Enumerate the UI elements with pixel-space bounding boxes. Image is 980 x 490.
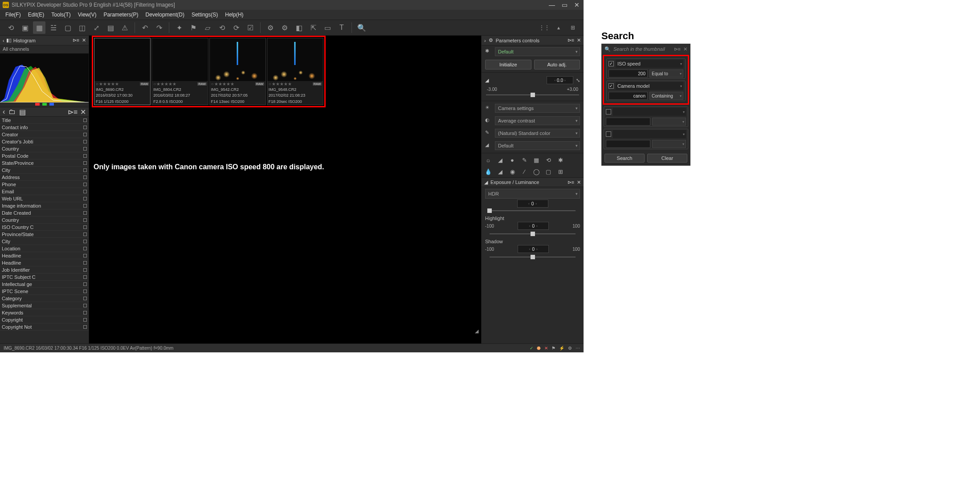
filter4-op-dropdown[interactable]: ▾ (652, 140, 686, 148)
meta-field[interactable]: Address (0, 174, 89, 181)
tool-monitor-icon[interactable]: ▭ (321, 21, 334, 34)
menu-help[interactable]: Help(H) (221, 11, 247, 19)
meta-field[interactable]: Location (0, 245, 89, 252)
tool-grid-icon[interactable]: ▦ (33, 21, 45, 34)
i-dropper-icon[interactable]: ✎ (520, 156, 528, 164)
meta-field[interactable]: Creator (0, 131, 89, 138)
i-stack-icon[interactable]: ▦ (532, 156, 540, 164)
menu-file[interactable]: File(F) (2, 11, 24, 19)
meta-field[interactable]: Headline (0, 259, 89, 266)
i-contrast-icon[interactable]: ◢ (496, 156, 504, 164)
tool-single-icon[interactable]: ▢ (61, 21, 74, 34)
tool-gear2-icon[interactable]: ⚙ (278, 21, 291, 34)
tool-compare-icon[interactable]: ◫ (76, 21, 88, 34)
resize-grip-icon[interactable]: ◢ (475, 328, 480, 334)
meta-field[interactable]: Country (0, 145, 89, 152)
tool-check-icon[interactable]: ☑ (244, 21, 257, 34)
filter3-checkbox[interactable] (606, 109, 611, 114)
panel-close-icon[interactable]: ✕ (82, 37, 86, 43)
thumbnail[interactable]: ○★★★★★RAWIMG_8690.CR22016/03/02 17:00:30… (94, 38, 151, 105)
meta-field[interactable]: Category (0, 295, 89, 302)
camera-value-input[interactable]: canon (608, 92, 648, 100)
ev-value[interactable]: ‹0.0› (547, 76, 573, 84)
tool-warn-icon[interactable]: ⚠ (118, 21, 131, 34)
meta-field[interactable]: Date Created (0, 209, 89, 216)
tool-tag-icon[interactable]: ⚑ (187, 21, 200, 34)
i-drop-icon[interactable]: 💧 (484, 167, 492, 176)
wb-dropdown[interactable]: Camera settings▾ (495, 104, 580, 113)
tool-wand-icon[interactable]: ✦ (173, 21, 185, 34)
tool-gear-icon[interactable]: ⚙ (264, 21, 277, 34)
tool-eraser-icon[interactable]: ◧ (293, 21, 305, 34)
filter4-value-input[interactable] (606, 140, 650, 148)
info-tab-icon[interactable]: ▤ (19, 108, 26, 116)
tool-list-icon[interactable]: ☱ (47, 21, 60, 34)
view-large-icon[interactable]: ⊞ (567, 21, 579, 34)
menu-settings[interactable]: Settings(S) (188, 11, 221, 19)
i-sq-icon[interactable]: ▢ (544, 167, 552, 176)
tool-rotate-r-icon[interactable]: ⟳ (230, 21, 242, 34)
chevron-left-icon[interactable]: ‹ (3, 108, 5, 116)
tool-redo-icon[interactable]: ↷ (153, 21, 165, 34)
i-sun-icon[interactable]: ☼ (484, 156, 492, 164)
meta-field[interactable]: Country (0, 216, 89, 224)
tone-dropdown[interactable]: Average contrast▾ (495, 116, 580, 125)
meta-field[interactable]: Image information (0, 202, 89, 209)
reset-ev-icon[interactable]: ⤡ (576, 78, 580, 83)
meta-field[interactable]: Web URL (0, 195, 89, 202)
thumbnail[interactable]: ○★★★★★RAWIMG_9548.CR22017/02/02 21:08:23… (267, 38, 323, 105)
meta-field[interactable]: Copyright (0, 316, 89, 323)
meta-field[interactable]: Job Identifier (0, 266, 89, 274)
menu-edit[interactable]: Edit(E) (24, 11, 48, 19)
panel-menu-icon[interactable]: ⊳≡ (73, 37, 79, 43)
tool-export-icon[interactable]: ⇱ (307, 21, 319, 34)
folder-tab-icon[interactable]: 🗀 (8, 108, 16, 116)
search-button[interactable]: Search (604, 154, 645, 163)
meta-field[interactable]: City (0, 238, 89, 245)
tool-screen-icon[interactable]: ▣ (19, 21, 31, 34)
panel-close-icon[interactable]: ✕ (577, 37, 581, 43)
filter3-op-dropdown[interactable]: ▾ (652, 118, 686, 126)
view-small-icon[interactable]: ⋮⋮ (538, 21, 551, 34)
auto-adj-button[interactable]: Auto adj. (534, 60, 580, 69)
meta-field[interactable]: Postal Code (0, 152, 89, 159)
channel-selector[interactable]: All channels (0, 45, 89, 53)
chevron-left-icon[interactable]: ‹ (3, 38, 4, 43)
menu-development[interactable]: Development(D) (142, 11, 188, 19)
meta-field[interactable]: Contact info (0, 124, 89, 131)
tool-back-icon[interactable]: ⟲ (4, 21, 17, 34)
panel-close-icon[interactable]: ✕ (577, 180, 581, 185)
hdr-value[interactable]: ‹0› (517, 200, 548, 208)
panel-close-icon[interactable]: ✕ (80, 108, 86, 116)
i-fish-icon[interactable]: ◉ (508, 167, 516, 176)
iso-checkbox[interactable] (608, 61, 614, 66)
meta-field[interactable]: Keywords (0, 309, 89, 316)
tool-text-icon[interactable]: T (335, 21, 348, 34)
tool-multi-icon[interactable]: ▤ (104, 21, 117, 34)
i-brush-icon[interactable]: ∕ (520, 167, 528, 176)
i-ball-icon[interactable]: ● (508, 156, 516, 164)
clear-button[interactable]: Clear (647, 154, 687, 163)
preset-dropdown[interactable]: Default▾ (495, 47, 580, 56)
filter4-checkbox[interactable] (606, 131, 611, 137)
meta-field[interactable]: Title (0, 117, 89, 124)
menu-view[interactable]: View(V) (74, 11, 100, 19)
iso-op-dropdown[interactable]: Equal to▾ (649, 69, 683, 78)
thumbnail[interactable]: ○★★★★★RAWIMG_9542.CR22017/02/02 20:57:05… (209, 38, 266, 105)
meta-field[interactable]: Headline (0, 252, 89, 259)
camera-checkbox[interactable] (608, 83, 614, 89)
ev-slider[interactable] (486, 93, 579, 97)
meta-field[interactable]: IPTC Subject C (0, 274, 89, 281)
shadow-slider[interactable] (490, 255, 576, 259)
highlight-value[interactable]: ‹0› (518, 222, 549, 230)
panel-menu-icon[interactable]: ⊳≡ (568, 180, 574, 185)
panel-close-icon[interactable]: ✕ (683, 46, 687, 52)
view-slider-icon[interactable]: ▴ (552, 21, 565, 34)
minimize-button[interactable]: — (548, 1, 556, 9)
panel-menu-icon[interactable]: ⊳≡ (674, 46, 681, 52)
tool-undo-icon[interactable]: ↶ (139, 21, 151, 34)
sharp-dropdown[interactable]: Default▾ (495, 141, 580, 150)
maximize-button[interactable]: ▭ (560, 1, 568, 9)
filter3-value-input[interactable] (606, 118, 650, 126)
menu-parameters[interactable]: Parameters(P) (100, 11, 142, 19)
